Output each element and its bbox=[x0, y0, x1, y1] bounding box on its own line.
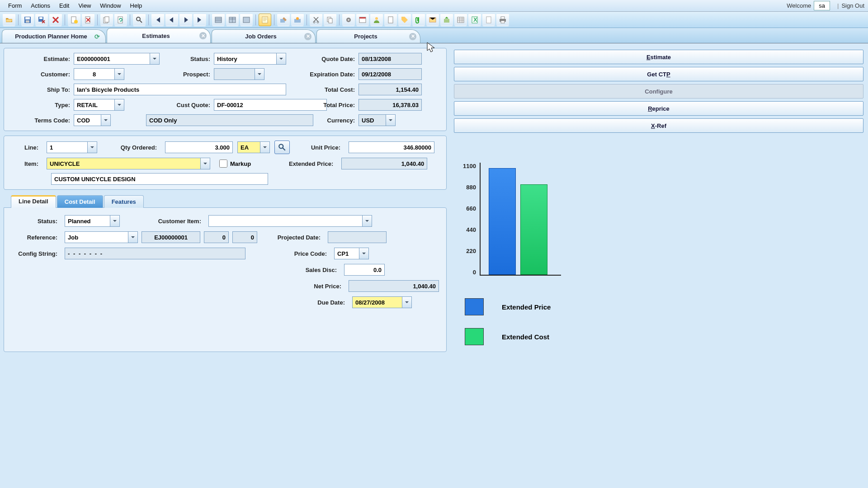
chevron-down-icon[interactable] bbox=[359, 248, 369, 259]
nav-first-icon[interactable] bbox=[151, 14, 164, 26]
cut-icon[interactable] bbox=[310, 14, 322, 26]
tag-icon[interactable] bbox=[398, 14, 411, 26]
svg-rect-36 bbox=[501, 17, 505, 19]
uom-field[interactable]: EA bbox=[237, 141, 260, 153]
estimate-button[interactable]: Estimate bbox=[454, 50, 863, 64]
chevron-down-icon[interactable] bbox=[87, 141, 97, 153]
xref-button[interactable]: X-Ref bbox=[454, 118, 863, 133]
nav-prev-icon[interactable] bbox=[165, 14, 178, 26]
close-icon[interactable]: ✕ bbox=[304, 33, 311, 40]
delete-icon[interactable] bbox=[49, 14, 62, 26]
det-status-field[interactable]: Planned bbox=[65, 215, 110, 227]
chevron-down-icon[interactable] bbox=[255, 68, 264, 80]
nav-next-icon[interactable] bbox=[179, 14, 192, 26]
svg-point-11 bbox=[137, 17, 140, 21]
search-icon[interactable] bbox=[133, 14, 146, 26]
menu-form[interactable]: Form bbox=[4, 1, 26, 10]
new-doc-icon[interactable] bbox=[68, 14, 80, 26]
menu-edit[interactable]: Edit bbox=[55, 1, 74, 10]
item-desc-field[interactable]: CUSTOM UNICYCLE DESIGN bbox=[51, 173, 268, 185]
save-icon[interactable] bbox=[21, 14, 34, 26]
tab-job-orders[interactable]: Job Orders ✕ bbox=[212, 29, 316, 43]
cancel-doc-icon[interactable] bbox=[82, 14, 94, 26]
lookup-button[interactable] bbox=[274, 141, 290, 154]
svg-rect-4 bbox=[39, 17, 42, 19]
reprice-button[interactable]: Reprice bbox=[454, 101, 863, 116]
save-close-icon[interactable] bbox=[35, 14, 48, 26]
unit-price-field[interactable]: 346.80000 bbox=[349, 141, 434, 153]
print-icon[interactable] bbox=[496, 14, 509, 26]
chevron-down-icon[interactable] bbox=[150, 53, 160, 65]
prospect-label: Prospect: bbox=[160, 71, 214, 78]
chevron-down-icon[interactable] bbox=[128, 231, 138, 243]
customer-field[interactable]: 8 bbox=[74, 68, 114, 80]
chart-bar-price bbox=[489, 168, 516, 275]
configure-button[interactable]: Configure bbox=[454, 84, 863, 99]
attach-icon[interactable] bbox=[412, 14, 425, 26]
menu-window[interactable]: Window bbox=[95, 1, 125, 10]
tab-estimates[interactable]: Estimates ✕ bbox=[107, 28, 211, 43]
reload-icon[interactable]: ⟳ bbox=[94, 33, 102, 40]
chevron-down-icon[interactable] bbox=[101, 114, 111, 126]
chevron-down-icon[interactable] bbox=[402, 296, 412, 308]
user-icon[interactable] bbox=[370, 14, 383, 26]
tab-projects[interactable]: Projects ✕ bbox=[316, 29, 420, 43]
chevron-down-icon[interactable] bbox=[276, 53, 286, 65]
currency-field[interactable]: USD bbox=[359, 114, 386, 126]
chevron-down-icon[interactable] bbox=[114, 68, 124, 80]
chevron-down-icon[interactable] bbox=[362, 215, 372, 227]
user-badge: sa bbox=[814, 1, 830, 10]
line-field[interactable]: 1 bbox=[47, 141, 87, 153]
subtab-features[interactable]: Features bbox=[104, 195, 144, 208]
qty-field[interactable]: 3.000 bbox=[165, 141, 233, 153]
chevron-down-icon[interactable] bbox=[200, 158, 210, 169]
estimate-field[interactable]: E000000001 bbox=[74, 53, 150, 65]
gear-icon[interactable] bbox=[342, 14, 355, 26]
sales-disc-field[interactable]: 0.0 bbox=[344, 264, 385, 276]
grid2-icon[interactable] bbox=[226, 14, 239, 26]
export-icon[interactable] bbox=[440, 14, 453, 26]
refresh-doc-icon[interactable] bbox=[114, 14, 127, 26]
tab-home[interactable]: Production Planner Home ⟳ bbox=[2, 29, 106, 43]
close-icon[interactable]: ✕ bbox=[409, 33, 416, 40]
copy-doc-icon[interactable] bbox=[100, 14, 113, 26]
menu-help[interactable]: Help bbox=[126, 1, 147, 10]
tools1-icon[interactable] bbox=[277, 14, 290, 26]
subtab-cost-detail[interactable]: Cost Detail bbox=[57, 195, 103, 208]
nav-last-icon[interactable] bbox=[193, 14, 206, 26]
table-icon[interactable] bbox=[454, 14, 467, 26]
open-icon[interactable] bbox=[3, 14, 15, 26]
chevron-down-icon[interactable] bbox=[110, 215, 120, 227]
menu-view[interactable]: View bbox=[74, 1, 95, 10]
close-icon[interactable]: ✕ bbox=[199, 32, 207, 39]
type-field[interactable]: RETAIL bbox=[74, 99, 114, 111]
menu-actions[interactable]: Actions bbox=[26, 1, 55, 10]
page-icon[interactable] bbox=[384, 14, 397, 26]
markup-checkbox[interactable] bbox=[219, 160, 227, 168]
prospect-field[interactable] bbox=[214, 68, 255, 80]
shipto-field[interactable]: Ian's Bicycle Products bbox=[74, 84, 286, 95]
chevron-down-icon[interactable] bbox=[386, 114, 396, 126]
grid3-icon[interactable] bbox=[240, 14, 253, 26]
price-code-field[interactable]: CP1 bbox=[334, 248, 359, 259]
status-field[interactable]: History bbox=[214, 53, 276, 65]
blank-doc-icon[interactable] bbox=[482, 14, 495, 26]
get-ctp-button[interactable]: Get CTP bbox=[454, 67, 863, 81]
terms-field[interactable]: COD bbox=[74, 114, 101, 126]
notes-icon[interactable] bbox=[259, 14, 271, 26]
tools2-icon[interactable] bbox=[291, 14, 304, 26]
calendar-icon[interactable] bbox=[356, 14, 369, 26]
excel-icon[interactable]: X bbox=[468, 14, 481, 26]
reference-field[interactable]: Job bbox=[65, 231, 128, 243]
signout-link[interactable]: Sign Out bbox=[841, 2, 864, 9]
svg-rect-26 bbox=[359, 17, 366, 19]
chevron-down-icon[interactable] bbox=[114, 99, 124, 111]
due-date-field[interactable]: 08/27/2008 bbox=[352, 296, 402, 308]
mail-icon[interactable] bbox=[426, 14, 439, 26]
copy-icon[interactable] bbox=[324, 14, 336, 26]
item-field[interactable]: UNICYCLE bbox=[47, 158, 200, 169]
subtab-line-detail[interactable]: Line Detail bbox=[11, 195, 56, 208]
cust-item-field[interactable] bbox=[208, 215, 362, 227]
chevron-down-icon[interactable] bbox=[260, 141, 270, 153]
grid1-icon[interactable] bbox=[212, 14, 225, 26]
